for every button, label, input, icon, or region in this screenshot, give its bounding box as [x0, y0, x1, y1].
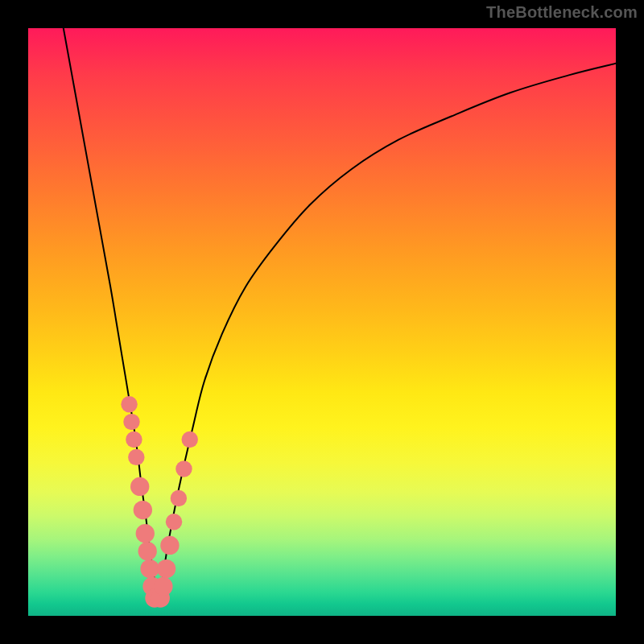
- beads-group: [121, 396, 198, 608]
- data-bead: [157, 559, 175, 578]
- data-bead: [175, 460, 192, 477]
- data-bead: [130, 477, 149, 496]
- data-bead: [140, 559, 159, 578]
- data-bead: [134, 501, 152, 519]
- chart-svg: [28, 28, 616, 616]
- data-bead: [154, 577, 172, 596]
- data-bead: [160, 536, 179, 555]
- curve-right-branch: [158, 64, 616, 605]
- data-bead: [171, 490, 187, 506]
- data-bead: [126, 431, 142, 448]
- data-bead: [121, 396, 137, 412]
- plot-area: [28, 28, 616, 616]
- data-bead: [138, 542, 157, 560]
- data-bead: [128, 449, 144, 465]
- watermark-text: TheBottleneck.com: [486, 3, 638, 22]
- chart-frame: TheBottleneck.com: [0, 0, 644, 644]
- data-bead: [166, 514, 182, 530]
- data-bead: [136, 524, 155, 543]
- data-bead: [182, 431, 198, 448]
- data-bead: [123, 414, 139, 430]
